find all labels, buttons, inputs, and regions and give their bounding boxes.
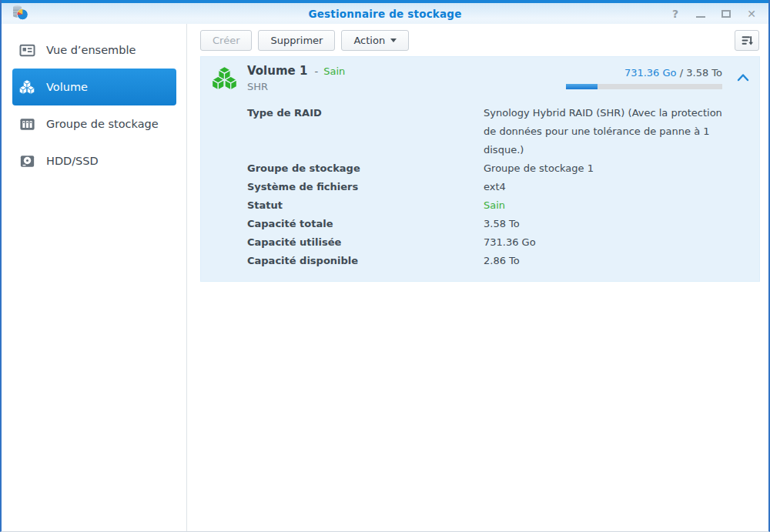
maximize-icon[interactable] — [720, 8, 732, 20]
sidebar-item-label: Volume — [46, 81, 88, 93]
detail-value: 2.86 To — [484, 252, 520, 270]
help-icon[interactable]: ? — [669, 8, 681, 20]
detail-value-status: Sain — [484, 196, 505, 215]
delete-button[interactable]: Supprimer — [258, 30, 335, 51]
create-button[interactable]: Créer — [200, 30, 252, 51]
sidebar-item-label: Vue d’ensemble — [46, 44, 136, 56]
sidebar: Vue d’ensemble — [2, 24, 187, 531]
hdd-ssd-icon — [18, 152, 36, 170]
volume-raid-type: SHR — [247, 79, 345, 95]
detail-label: Capacité utilisée — [247, 233, 484, 252]
window-controls: ? ✕ — [669, 3, 758, 24]
sidebar-item-label: HDD/SSD — [46, 155, 99, 167]
window-title: Gestionnaire de stockage — [308, 8, 461, 20]
detail-label: Système de fichiers — [247, 178, 484, 196]
create-button-label: Créer — [213, 35, 239, 46]
sidebar-item-overview[interactable]: Vue d’ensemble — [12, 32, 176, 69]
volume-total-capacity-text: 3.58 To — [686, 67, 722, 79]
detail-label: Statut — [247, 196, 484, 215]
storage-pool-icon — [18, 115, 36, 133]
detail-value: ext4 — [484, 178, 506, 196]
volume-usage-fill — [566, 84, 598, 89]
minimize-icon[interactable] — [695, 8, 707, 20]
sort-button[interactable] — [735, 30, 759, 51]
volume-name-block: Volume 1 - Sain SHR — [247, 63, 345, 95]
detail-label: Type de RAID — [247, 104, 484, 159]
usage-separator: / — [680, 67, 683, 79]
storage-manager-window: Gestionnaire de stockage ? ✕ Vue d’ense — [0, 0, 770, 532]
titlebar[interactable]: Gestionnaire de stockage ? ✕ — [2, 3, 768, 24]
detail-label: Capacité disponible — [247, 252, 484, 270]
volume-name-separator: - — [314, 65, 318, 77]
action-button-label: Action — [353, 35, 385, 46]
detail-label: Groupe de stockage — [247, 159, 484, 178]
detail-row-total-capacity: Capacité totale 3.58 To — [247, 215, 759, 233]
volume-name: Volume 1 — [247, 64, 307, 78]
detail-row-status: Statut Sain — [247, 196, 759, 215]
toolbar: Créer Supprimer Action — [187, 24, 768, 56]
volume-used-capacity-text: 731.36 Go — [624, 67, 677, 79]
sort-icon — [741, 34, 754, 47]
detail-row-available-capacity: Capacité disponible 2.86 To — [247, 252, 759, 270]
main-content: Créer Supprimer Action — [187, 24, 768, 531]
volume-cubes-icon — [18, 78, 36, 96]
action-dropdown-button[interactable]: Action — [341, 30, 409, 51]
detail-value: Synology Hybrid RAID (SHR) (Avec la prot… — [484, 104, 728, 159]
detail-row-filesystem: Système de fichiers ext4 — [247, 178, 759, 196]
detail-value: Groupe de stockage 1 — [484, 159, 594, 178]
volume-panel-header[interactable]: Volume 1 - Sain SHR 731.36 Go / 3.58 To — [201, 57, 759, 96]
storage-manager-app-icon — [11, 3, 29, 22]
detail-row-storage-pool: Groupe de stockage Groupe de stockage 1 — [247, 159, 759, 178]
sidebar-item-storage-pool[interactable]: Groupe de stockage — [12, 105, 176, 142]
volume-details: Type de RAID Synology Hybrid RAID (SHR) … — [201, 96, 759, 270]
delete-button-label: Supprimer — [270, 35, 323, 46]
volume-status-badge: Sain — [323, 65, 345, 77]
detail-value: 3.58 To — [484, 215, 520, 233]
volume-icon — [210, 65, 239, 93]
volume-usage-bar — [566, 84, 722, 89]
detail-row-used-capacity: Capacité utilisée 731.36 Go — [247, 233, 759, 252]
volume-usage-block: 731.36 Go / 3.58 To — [566, 67, 722, 89]
sidebar-item-hdd-ssd[interactable]: HDD/SSD — [12, 142, 176, 179]
detail-label: Capacité totale — [247, 215, 484, 233]
overview-icon — [18, 41, 36, 59]
collapse-chevron-icon[interactable] — [737, 73, 749, 82]
sidebar-item-label: Groupe de stockage — [46, 118, 159, 130]
detail-row-raid-type: Type de RAID Synology Hybrid RAID (SHR) … — [247, 104, 759, 159]
close-icon[interactable]: ✕ — [745, 8, 758, 20]
detail-value: 731.36 Go — [484, 233, 536, 252]
chevron-down-icon — [390, 38, 397, 42]
volume-panel: Volume 1 - Sain SHR 731.36 Go / 3.58 To — [200, 56, 760, 282]
sidebar-item-volume[interactable]: Volume — [12, 69, 176, 105]
